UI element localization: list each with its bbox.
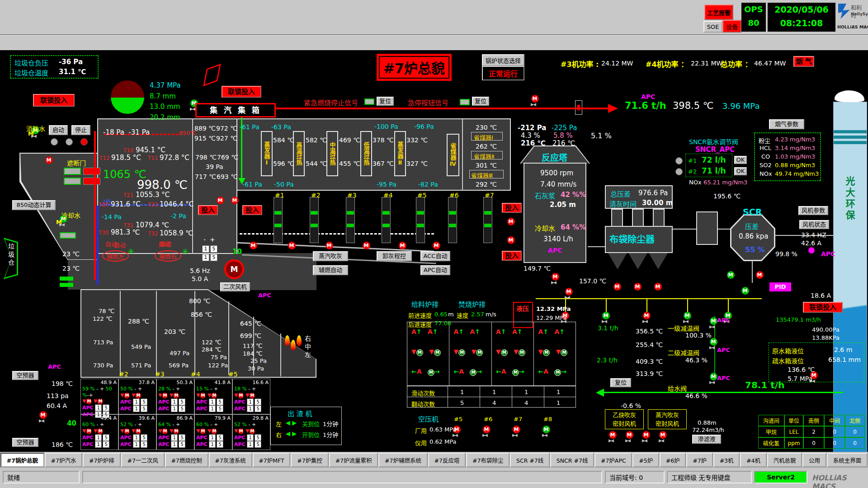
reactor-out-m-1[interactable]: M	[552, 273, 559, 281]
fan-cell-2-1[interactable]: 49.4 A60 % - +▼M ▼MAPC 15APC 15	[80, 414, 118, 450]
emerg-reset-btn[interactable]: 复位	[377, 97, 394, 106]
tab-#7锅炉总貌[interactable]: #7锅炉总貌	[0, 453, 44, 467]
fan-cell-1-5[interactable]: 16.6 A18 % - +▼M ▼MAPC 15APC 15	[232, 379, 270, 414]
eco-feed-m-1[interactable]: M	[507, 218, 515, 225]
commit-btn-1[interactable]: 投入	[198, 205, 218, 215]
main-steam-valve[interactable]: M	[531, 95, 539, 103]
tab-#3机[interactable]: #3机	[713, 453, 740, 467]
tab-#7炉炉排[interactable]: #7炉炉排	[83, 453, 120, 467]
apc-bp-dot[interactable]	[808, 247, 815, 253]
flue-params-btn[interactable]: 烟气参数	[769, 119, 804, 129]
fan-state-btn[interactable]: 风机状态	[799, 220, 829, 229]
airheater-btn-2[interactable]: 空预器	[12, 438, 38, 447]
interlock-btn-1[interactable]: 联锁投入	[33, 94, 75, 107]
ash-line-m-4[interactable]: M	[684, 312, 691, 319]
fan-cell-2-3[interactable]: 86.9 A64 % - +▼M ▼MAPC 15APC 15	[156, 414, 194, 450]
commit-btn-3[interactable]: 投入	[502, 203, 522, 213]
compressor-m-8[interactable]: M	[542, 426, 550, 433]
tab-SNCR #7线[interactable]: SNCR #7线	[550, 453, 594, 467]
baghouse-hopper-m-2[interactable]: M	[634, 283, 642, 291]
spray-valve-2[interactable]: M	[710, 338, 717, 346]
grate-icons-4-1[interactable]: A↑ A↑	[538, 328, 565, 335]
grate-icons-3-3[interactable]: ←A M→	[496, 368, 524, 376]
fw-reset-btn[interactable]: 复位	[610, 378, 631, 387]
tab-系统主界面[interactable]: 系统主界面	[827, 453, 868, 467]
tab-#7灰渣系统[interactable]: #7灰渣系统	[209, 453, 252, 467]
tab-#7炉流量累积[interactable]: #7炉流量累积	[329, 453, 378, 467]
tab-#4机[interactable]: #4机	[740, 453, 766, 467]
feedwater-valve[interactable]: M	[710, 373, 717, 380]
right-m-1[interactable]: M	[727, 271, 735, 279]
sec-fan-btn[interactable]: 二次风机	[220, 282, 250, 291]
tab-#7一二次风[interactable]: #7一二次风	[121, 453, 165, 467]
calc850-btn[interactable]: 850动态计算	[12, 200, 56, 210]
soot-blow-btn[interactable]: 蒸汽吹灰	[313, 251, 348, 261]
fan-cell-1-1[interactable]: 48.9 A59 % - + 50 %-+▼M ▼MAPC 15APC 15	[80, 379, 118, 414]
feed-m-1[interactable]: M	[217, 197, 224, 204]
process-alarm-button[interactable]: 工艺报警	[704, 5, 733, 20]
right-m-2[interactable]: M	[741, 287, 749, 295]
pid-btn[interactable]: PID	[769, 282, 791, 291]
tab-#7炉MFT[interactable]: #7炉MFT	[253, 453, 291, 467]
start-btn[interactable]: 启动	[49, 125, 68, 135]
interlock-btn-2[interactable]: 联锁投入	[222, 86, 261, 98]
tab-#7炉集控[interactable]: #7炉集控	[291, 453, 328, 467]
grate-icons-1-3[interactable]: ←A M→	[411, 368, 440, 376]
grate-icons-2-3[interactable]: ←A M→	[454, 368, 482, 376]
grate-m-6[interactable]: M	[433, 242, 440, 249]
leachate-m-2[interactable]: M	[626, 431, 633, 439]
commit-btn-2[interactable]: 投入	[242, 205, 262, 215]
right-m-3[interactable]: M	[756, 271, 764, 279]
ash-line-m-2[interactable]: M	[602, 312, 610, 319]
tab-#7布袋除尘[interactable]: #7布袋除尘	[466, 453, 509, 467]
grate-icons-1-2[interactable]: ▼M ▼M	[411, 348, 441, 356]
tab-#5炉[interactable]: #5炉	[632, 453, 659, 467]
grate-icons-2-2[interactable]: ▼M ▼M	[454, 348, 483, 356]
aux-auto-btn[interactable]: 辅燃自动	[313, 265, 348, 275]
aux-left[interactable]: 辅燃左	[102, 250, 129, 262]
leachate-m-1[interactable]: M	[609, 431, 617, 439]
fan-cell-1-2[interactable]: 37.8 A50 % - +▼M ▼MAPC 15APC 15	[118, 379, 156, 414]
ash-prog-btn[interactable]: 卸灰程控	[377, 251, 412, 261]
status-server[interactable]: Server2	[754, 471, 807, 483]
steam-seal-fan[interactable]: 蒸汽吹灰 密封风机	[648, 409, 687, 429]
sncr-2-ok[interactable]: OK	[734, 167, 747, 175]
grate-icons-4-3[interactable]: ←A M→	[538, 368, 567, 376]
tab-#7反应塔[interactable]: #7反应塔	[428, 453, 466, 467]
grate-m-1[interactable]: M	[250, 242, 257, 249]
interlock-btn-3[interactable]: 联锁投入	[803, 302, 843, 313]
compressor-m-7[interactable]: M	[513, 426, 520, 433]
sncr-1-ok[interactable]: OK	[734, 156, 747, 164]
fan-cell-2-2[interactable]: 39.6 A52 % - +▼M ▼MAPC 15APC 15	[118, 414, 156, 450]
stop-btn[interactable]: 停止	[71, 125, 90, 135]
grate-icons-2-1[interactable]: A↑ A↑	[454, 328, 481, 335]
grate-m-5[interactable]: M	[399, 242, 406, 249]
leachate-btn[interactable]: 渗滤液	[692, 435, 721, 444]
airheater-btn-1[interactable]: 空预器	[12, 371, 38, 380]
fan-cell-2-4[interactable]: 79.9 A60 % - +▼M ▼MAPC 15APC 15	[194, 414, 232, 450]
grate-icons-1-1[interactable]: A↑ A↑	[411, 328, 438, 335]
fan-params-btn[interactable]: 风机参数	[798, 206, 828, 215]
tab-#7燃烧控制[interactable]: #7燃烧控制	[165, 453, 208, 467]
tab-#6炉[interactable]: #6炉	[660, 453, 686, 467]
acet-seal-fan[interactable]: 乙炔吹灰 密封风机	[605, 409, 644, 429]
fan-cell-2-5[interactable]: 29.8 A52 % - +▼M ▼MAPC 15APC 15	[232, 414, 270, 450]
tab-SCR #7线[interactable]: SCR #7线	[510, 453, 550, 467]
fluegas-btn[interactable]: 烟 气	[793, 56, 814, 67]
feed-m-2[interactable]: M	[231, 197, 239, 204]
baghouse-hopper-m-1[interactable]: M	[613, 283, 621, 291]
apc-auto-btn[interactable]: APC自动	[420, 265, 450, 275]
ash-line-m-3[interactable]: M	[643, 312, 651, 319]
grate-m-4[interactable]: M	[363, 242, 370, 249]
grate-icons-3-1[interactable]: A↑ A↑	[496, 328, 523, 335]
soe-button[interactable]: SOE	[703, 21, 722, 33]
eco-feed-m-2[interactable]: M	[507, 236, 515, 244]
boiler-state-select-button[interactable]: 锅炉状态选择	[482, 54, 524, 66]
tab-#7炉APC[interactable]: #7炉APC	[594, 453, 632, 467]
commit-btn-4[interactable]: 投入	[502, 251, 522, 261]
compressor-m-6[interactable]: M	[483, 426, 491, 433]
tab-#7炉汽水[interactable]: #7炉汽水	[45, 453, 82, 467]
spray-valve-1[interactable]: M	[710, 317, 717, 325]
estop-reset-btn[interactable]: 复位	[472, 97, 489, 106]
tab-公用[interactable]: 公用	[802, 453, 826, 467]
